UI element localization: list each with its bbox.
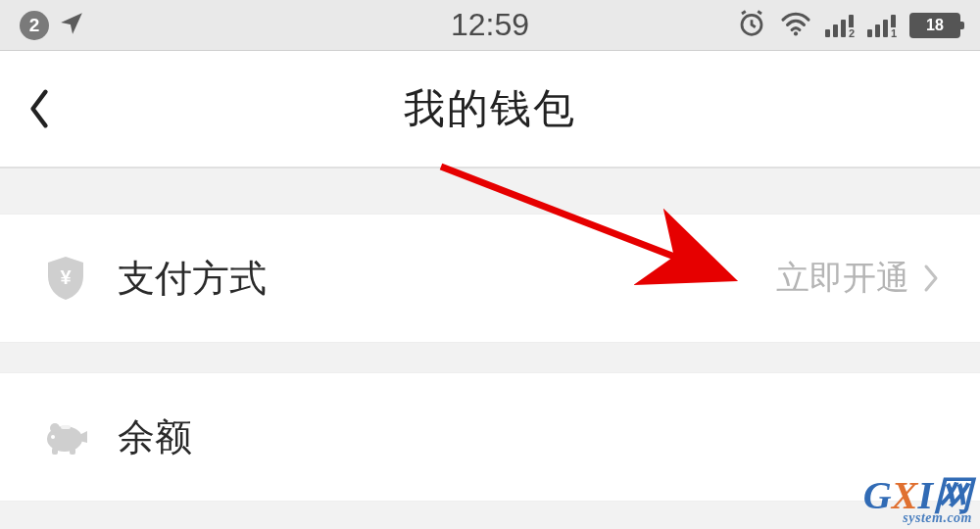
chevron-right-icon (923, 264, 939, 293)
status-bar: 2 12:59 2 1 18 (0, 0, 980, 51)
section-gap (0, 343, 980, 372)
svg-point-6 (50, 423, 60, 433)
wifi-icon (780, 11, 811, 40)
svg-text:¥: ¥ (60, 266, 72, 288)
list-item-payment-method[interactable]: ¥ 支付方式 立即开通 (0, 214, 980, 343)
notification-badge: 2 (20, 11, 49, 40)
svg-point-1 (794, 31, 798, 35)
list-item-balance[interactable]: 余额 (0, 372, 980, 502)
svg-point-8 (51, 435, 55, 439)
list-item-label: 支付方式 (118, 254, 267, 304)
piggy-bank-icon (41, 417, 90, 457)
page-title: 我的钱包 (404, 81, 576, 136)
status-left: 2 (20, 11, 84, 40)
list-item-label: 余额 (118, 412, 192, 462)
nav-bar: 我的钱包 (0, 51, 980, 168)
shield-yen-icon: ¥ (41, 255, 90, 302)
chevron-left-icon (26, 87, 52, 130)
signal-sim2-icon: 2 (825, 14, 854, 37)
section-gap (0, 168, 980, 214)
svg-rect-4 (52, 448, 58, 455)
status-right: 2 1 18 (737, 9, 960, 42)
alarm-icon (737, 9, 766, 42)
clock: 12:59 (451, 7, 529, 43)
location-icon (59, 11, 84, 40)
battery-icon: 18 (909, 13, 960, 38)
svg-rect-7 (61, 425, 71, 429)
signal-sim1-icon: 1 (867, 14, 896, 37)
back-button[interactable] (0, 51, 78, 167)
list-item-action-text: 立即开通 (776, 256, 909, 301)
svg-rect-5 (70, 448, 75, 455)
